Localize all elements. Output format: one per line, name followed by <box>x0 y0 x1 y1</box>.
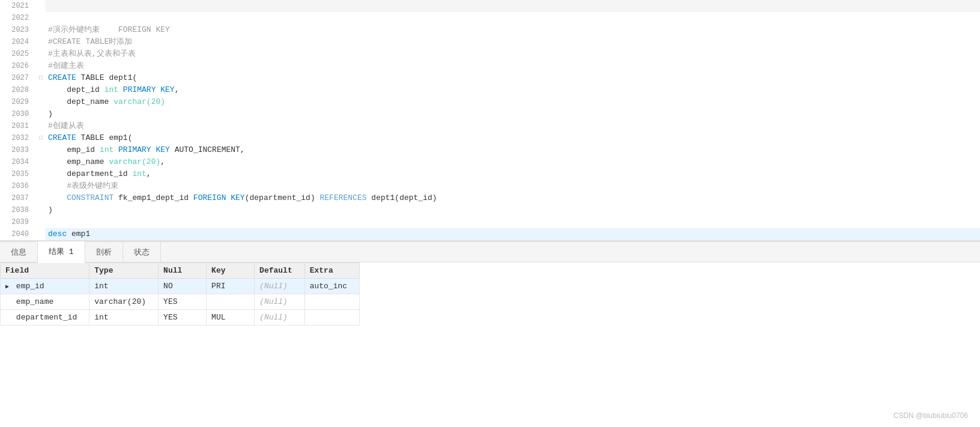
code-line-2024: 2024 #CREATE TABLE时添加 <box>0 36 980 48</box>
cell-type: int <box>89 310 159 326</box>
tab-status[interactable]: 状态 <box>123 241 161 263</box>
results-table: Field Type Null Key Default Extra ▶ emp_… <box>0 262 360 326</box>
cell-default: (Null) <box>255 310 305 326</box>
code-line-2034: 2034 emp_name varchar(20), <box>0 156 980 168</box>
col-header-type: Type <box>89 263 159 279</box>
cell-null: NO <box>159 279 207 294</box>
col-header-field: Field <box>1 263 89 279</box>
cell-field: ▶ emp_name <box>1 294 89 310</box>
table-header-row: Field Type Null Key Default Extra <box>1 263 360 279</box>
cell-extra <box>304 294 359 310</box>
cell-field: ▶ emp_id <box>1 279 89 294</box>
code-line-2022: 2022 <box>0 12 980 24</box>
code-line-2040: 2040 desc emp1 <box>0 228 980 240</box>
code-line-2023: 2023 #演示外键约束 FOREIGN KEY <box>0 24 980 36</box>
code-line-2028: 2028 dept_id int PRIMARY KEY, <box>0 84 980 96</box>
col-header-extra: Extra <box>304 263 359 279</box>
code-line-2021: 2021 <box>0 0 980 12</box>
cell-null: YES <box>159 310 207 326</box>
code-line-2032: 2032 □ CREATE TABLE emp1( <box>0 132 980 144</box>
code-editor: 2021 2022 2023 #演示外键约束 FOREIGN KEY 2024 … <box>0 0 980 241</box>
tab-info[interactable]: 信息 <box>0 241 38 263</box>
code-line-2037: 2037 CONSTRAINT fk_emp1_dept_id FOREIGN … <box>0 192 980 204</box>
code-line-2025: 2025 #主表和从表,父表和子表 <box>0 48 980 60</box>
cell-extra <box>304 310 359 326</box>
cell-null: YES <box>159 294 207 310</box>
code-line-2039: 2039 <box>0 216 980 228</box>
tab-result1[interactable]: 结果 1 <box>38 241 85 263</box>
code-line-2026: 2026 #创建主表 <box>0 60 980 72</box>
code-line-2029: 2029 dept_name varchar(20) <box>0 96 980 108</box>
col-header-default: Default <box>255 263 305 279</box>
row-arrow-icon: ▶ <box>5 283 11 290</box>
cell-key: MUL <box>207 310 255 326</box>
code-line-2035: 2035 department_id int, <box>0 168 980 180</box>
cell-type: varchar(20) <box>89 294 159 310</box>
cell-default: (Null) <box>255 294 305 310</box>
code-line-2036: 2036 #表级外键约束 <box>0 180 980 192</box>
table-row[interactable]: ▶ emp_name varchar(20) YES (Null) <box>1 294 360 310</box>
cell-key: PRI <box>207 279 255 294</box>
code-line-2038: 2038 ) <box>0 204 980 216</box>
code-line-2033: 2033 emp_id int PRIMARY KEY AUTO_INCREME… <box>0 144 980 156</box>
cell-field: ▶ department_id <box>1 310 89 326</box>
code-line-2027: 2027 □ CREATE TABLE dept1( <box>0 72 980 84</box>
cell-default: (Null) <box>255 279 305 294</box>
table-row[interactable]: ▶ emp_id int NO PRI (Null) auto_inc <box>1 279 360 294</box>
cell-extra: auto_inc <box>304 279 359 294</box>
results-area: Field Type Null Key Default Extra ▶ emp_… <box>0 262 980 326</box>
code-line-2030: 2030 ) <box>0 108 980 120</box>
tab-profiling[interactable]: 剖析 <box>85 241 123 263</box>
code-lines: 2021 2022 2023 #演示外键约束 FOREIGN KEY 2024 … <box>0 0 980 240</box>
col-header-key: Key <box>207 263 255 279</box>
cell-key <box>207 294 255 310</box>
code-line-2031: 2031 #创建从表 <box>0 120 980 132</box>
cell-type: int <box>89 279 159 294</box>
tabs-bar: 信息 结果 1 剖析 状态 <box>0 241 980 262</box>
col-header-null: Null <box>159 263 207 279</box>
table-row[interactable]: ▶ department_id int YES MUL (Null) <box>1 310 360 326</box>
